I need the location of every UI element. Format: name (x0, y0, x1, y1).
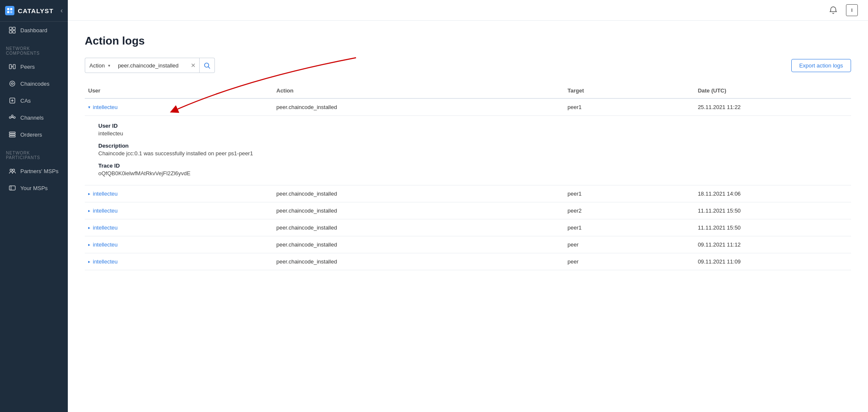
partners-icon (8, 167, 16, 175)
sidebar-item-your-msps[interactable]: Your MSPs (3, 180, 65, 196)
cell-target: peer1 (568, 98, 698, 116)
col-header-action: Action (276, 83, 568, 98)
col-header-user: User (85, 83, 276, 98)
description-label: Description (98, 143, 841, 149)
sidebar-item-chaincodes[interactable]: Chaincodes (3, 76, 65, 92)
sidebar-item-orderers-label: Orderers (20, 132, 42, 138)
sidebar-item-chaincodes-label: Chaincodes (20, 81, 50, 87)
search-button[interactable] (200, 58, 215, 73)
peers-icon (8, 63, 16, 70)
svg-rect-5 (13, 27, 15, 30)
sidebar-item-partners-msps-label: Partners' MSPs (20, 168, 58, 174)
svg-rect-0 (7, 8, 9, 10)
sidebar-item-peers-label: Peers (20, 64, 35, 70)
sidebar-item-cas-label: CAs (20, 98, 31, 104)
svg-rect-8 (9, 64, 11, 69)
sidebar-item-partners-msps[interactable]: Partners' MSPs (3, 163, 65, 179)
svg-rect-20 (9, 136, 15, 137)
table-row: ▸ intellecteu peer.chaincode_installed p… (85, 253, 851, 270)
user-expand-toggle[interactable]: ▸ intellecteu (88, 258, 271, 265)
export-button[interactable]: Export action logs (791, 59, 851, 72)
description-value: Chaincode jcc:0.1 was successfully insta… (98, 150, 841, 157)
trace-id-value: oQfQB0K0ielwfMAtRkvVejFl2Zl6yvdE (98, 170, 841, 177)
filter-input-wrap: ✕ (114, 58, 200, 73)
sidebar: CATALYST ‹ Dashboard Network components … (0, 0, 68, 412)
sidebar-item-channels[interactable]: Channels (3, 109, 65, 126)
cell-target: peer2 (568, 202, 698, 219)
cell-user: ▾ intellecteu (85, 98, 276, 116)
app-name: CATALYST (18, 7, 53, 14)
page-title: Action logs (85, 34, 851, 48)
logo-icon (5, 6, 14, 15)
cell-date: 09.11.2021 11:12 (698, 236, 851, 253)
expanded-content: User ID intellecteu Description Chaincod… (85, 116, 851, 185)
cell-user: ▸ intellecteu (85, 236, 276, 253)
user-expand-toggle[interactable]: ▸ intellecteu (88, 241, 271, 248)
sidebar-item-cas[interactable]: CAs (3, 92, 65, 109)
expand-chevron: ▸ (88, 191, 90, 196)
cell-date: 09.11.2021 11:09 (698, 253, 851, 270)
chevron-down-icon: ▾ (108, 63, 110, 68)
sidebar-collapse-button[interactable]: ‹ (61, 7, 63, 14)
svg-point-21 (10, 169, 12, 171)
svg-rect-23 (9, 186, 15, 190)
user-avatar[interactable]: I (846, 4, 858, 16)
filter-input[interactable] (118, 62, 189, 69)
user-id-label: User ID (98, 123, 841, 129)
sidebar-item-dashboard[interactable]: Dashboard (3, 22, 65, 38)
user-expand-toggle[interactable]: ▾ intellecteu (88, 104, 271, 110)
expand-chevron: ▸ (88, 208, 90, 213)
sidebar-item-peers[interactable]: Peers (3, 59, 65, 75)
cell-action: peer.chaincode_installed (276, 185, 568, 202)
orderers-icon (8, 131, 16, 138)
topbar: I (68, 0, 868, 21)
log-table: User Action Target Date (UTC) ▾ intellec… (85, 83, 851, 270)
svg-rect-2 (7, 11, 9, 13)
page-content: Action logs Action ▾ ✕ Exp (68, 21, 868, 412)
cell-target: peer1 (568, 185, 698, 202)
sidebar-item-dashboard-label: Dashboard (20, 27, 47, 34)
app-logo: CATALYST (5, 6, 53, 15)
table-row: ▸ intellecteu peer.chaincode_installed p… (85, 236, 851, 253)
cell-target: peer (568, 253, 698, 270)
expand-chevron: ▸ (88, 225, 90, 230)
channels-icon (8, 114, 16, 121)
user-expand-toggle[interactable]: ▸ intellecteu (88, 207, 271, 214)
cell-target: peer (568, 236, 698, 253)
cell-user: ▸ intellecteu (85, 219, 276, 236)
user-name: intellecteu (93, 104, 118, 110)
user-name: intellecteu (93, 241, 118, 248)
cas-icon (8, 97, 16, 104)
user-name: intellecteu (93, 258, 118, 265)
cell-action: peer.chaincode_installed (276, 253, 568, 270)
svg-rect-4 (9, 27, 12, 30)
svg-point-13 (9, 117, 11, 118)
cell-user: ▸ intellecteu (85, 253, 276, 270)
annotation-wrap: User Action Target Date (UTC) ▾ intellec… (85, 83, 851, 270)
user-expand-toggle[interactable]: ▸ intellecteu (88, 224, 271, 231)
cell-date: 18.11.2021 14:06 (698, 185, 851, 202)
cell-date: 11.11.2021 15:50 (698, 219, 851, 236)
table-row: ▾ intellecteu peer.chaincode_installed p… (85, 98, 851, 116)
user-id-value: intellecteu (98, 130, 841, 137)
toolbar: Action ▾ ✕ Export action logs (85, 58, 851, 73)
trace-id-label: Trace ID (98, 163, 841, 169)
cell-action: peer.chaincode_installed (276, 202, 568, 219)
user-name: intellecteu (93, 207, 118, 214)
sidebar-item-orderers[interactable]: Orderers (3, 126, 65, 143)
filter-dropdown[interactable]: Action ▾ (85, 58, 114, 73)
table-row: ▸ intellecteu peer.chaincode_installed p… (85, 202, 851, 219)
user-expand-toggle[interactable]: ▸ intellecteu (88, 191, 271, 197)
notification-icon[interactable] (827, 4, 839, 16)
cell-date: 25.11.2021 11:22 (698, 98, 851, 116)
chaincodes-icon (8, 80, 16, 87)
network-participants-label: Network participants (0, 143, 68, 163)
svg-point-16 (11, 115, 13, 117)
svg-rect-1 (10, 8, 12, 10)
cell-user: ▸ intellecteu (85, 185, 276, 202)
cell-action: peer.chaincode_installed (276, 98, 568, 116)
col-header-date: Date (UTC) (698, 83, 851, 98)
svg-rect-18 (9, 132, 15, 133)
filter-clear-button[interactable]: ✕ (191, 62, 196, 69)
network-components-label: Network components (0, 39, 68, 58)
